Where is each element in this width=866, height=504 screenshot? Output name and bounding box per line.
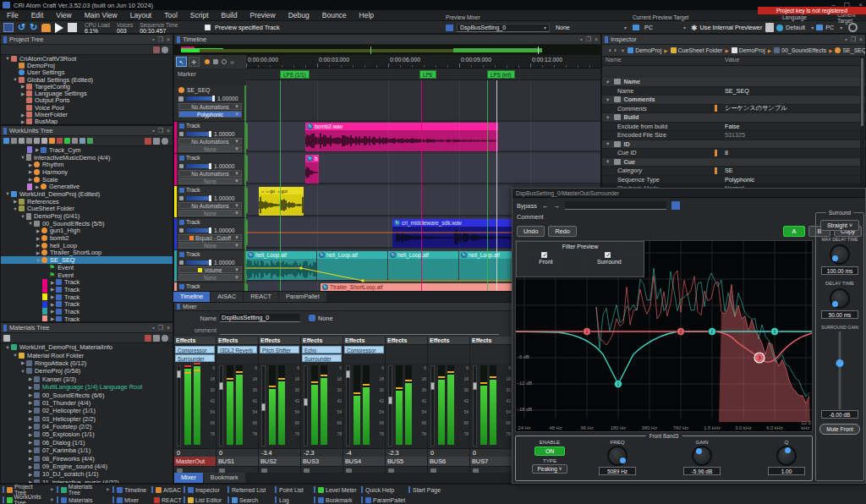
expander-icon[interactable]: ▶: [34, 184, 41, 189]
expander-icon[interactable]: ▶: [49, 287, 56, 292]
dropdown[interactable]: None▼: [178, 178, 242, 184]
menu-script[interactable]: Script: [190, 11, 209, 19]
expander-icon[interactable]: ▶: [27, 479, 34, 483]
strip-name[interactable]: MasterOut: [174, 457, 216, 466]
statusbar-react[interactable]: REACT: [149, 495, 181, 504]
effect-chip[interactable]: Compressor: [175, 346, 215, 353]
track-header[interactable]: Track1.00000Biquad - Cutoff▼None▼: [174, 218, 246, 250]
effect-chip[interactable]: Echo: [302, 346, 342, 353]
expander-icon[interactable]: ▼: [12, 77, 19, 82]
fader[interactable]: [304, 365, 308, 446]
statusbar-workunits-tree[interactable]: WorkUnits Tree▼: [0, 495, 54, 504]
tree-item-language-settings[interactable]: ▶Language Settings: [1, 90, 173, 96]
inspector-value[interactable]: SE_SEQ: [725, 87, 865, 95]
loop-marker-badge[interactable]: LPS (inf): [487, 70, 515, 79]
delay-knob[interactable]: [830, 288, 850, 309]
clock-icon[interactable]: [222, 59, 227, 64]
tree-item-bomb2[interactable]: ▶bomb2: [1, 234, 173, 242]
statusbar-quick-help[interactable]: Quick Help: [359, 485, 406, 495]
tree-item-track[interactable]: ▶Track: [1, 286, 173, 293]
inspector-group-comments[interactable]: ▼Comments: [602, 96, 865, 105]
statusbar-list-editor[interactable]: List Editor: [181, 495, 225, 504]
fader[interactable]: [388, 365, 392, 446]
delete-icon[interactable]: [145, 335, 151, 342]
strip-name[interactable]: BUS3: [301, 457, 343, 466]
clip-bomb2[interactable]: ↻bomb2.wav: [305, 123, 498, 151]
expander-icon[interactable]: ▶: [27, 456, 34, 461]
menu-icon[interactable]: [671, 201, 680, 210]
tree-item-08-fireworks-4-4-[interactable]: ▶08_Fireworks (4/4): [1, 454, 173, 462]
workunits-tool-icon[interactable]: [26, 138, 32, 144]
statusbar-bookmark[interactable]: Bookmark: [311, 495, 359, 504]
expander-icon[interactable]: ▶: [19, 112, 26, 118]
breadcrumb-item[interactable]: 00_SoundEffects: [774, 47, 826, 53]
prev-effect-icon[interactable]: ←: [542, 202, 548, 210]
expander-icon[interactable]: ▶: [49, 309, 56, 314]
effect-chip[interactable]: I3DL2 Reverb: [217, 346, 257, 353]
expander-icon[interactable]: ▼: [12, 206, 19, 211]
expander-icon[interactable]: ▶: [35, 250, 41, 255]
fader[interactable]: [473, 365, 477, 446]
menu-preview[interactable]: Preview: [249, 11, 275, 19]
inspector-value[interactable]: Polyphonic: [725, 176, 865, 184]
surround-gain-slider[interactable]: [816, 331, 863, 409]
tree-item-busmap[interactable]: ▶BusMap: [1, 118, 173, 124]
float-icon[interactable]: ❒: [158, 128, 163, 134]
record-ring-icon[interactable]: [848, 23, 858, 32]
tree-item-demoproj-0-58-[interactable]: ▼DemoProj (0/58): [1, 367, 173, 375]
float-icon[interactable]: ❒: [586, 36, 591, 43]
expander-icon[interactable]: ▶: [49, 316, 56, 321]
tree-item-track[interactable]: ▶Track: [1, 315, 173, 321]
expander-icon[interactable]: ▶: [27, 432, 34, 437]
close-icon[interactable]: ×: [595, 36, 598, 42]
tree-item-scale[interactable]: ▶Scale: [1, 176, 173, 184]
timeline-ruler[interactable]: 0:00:00.0000:00:03.0000:00:06.0000:00:09…: [246, 55, 600, 68]
type-select[interactable]: Peaking ˅: [532, 464, 567, 474]
effect-chip[interactable]: Surrounder: [175, 354, 215, 362]
mute-front-button[interactable]: Mute Front: [819, 424, 860, 435]
statusbar-start-page[interactable]: Start Page: [406, 485, 460, 495]
workunits-tool-icon[interactable]: [34, 138, 40, 144]
strip-value[interactable]: -2.3: [301, 448, 343, 457]
menu-build[interactable]: Build: [222, 11, 238, 19]
ab-a-button[interactable]: A: [783, 226, 805, 237]
tree-item-track[interactable]: ▶Track: [1, 300, 173, 308]
front-checkbox[interactable]: [541, 252, 547, 258]
statusbar-level-meter[interactable]: Level Meter: [311, 485, 359, 495]
dropdown[interactable]: Volume▼: [178, 266, 242, 273]
breadcrumb-item[interactable]: DemoProj: [732, 47, 765, 53]
strip-name[interactable]: BUS6: [428, 457, 469, 466]
tree-item-demoproj-0-41-[interactable]: ▼DemoProj (0/41): [1, 212, 173, 220]
next-effect-icon[interactable]: →: [553, 202, 559, 210]
float-icon[interactable]: ❒: [158, 325, 163, 331]
tree-item-02-helicopter-1-1-[interactable]: ▶02_Helicopter (1/1): [1, 407, 173, 414]
preview-mixer-sub-select[interactable]: None▾: [553, 24, 629, 32]
loop-marker-badge[interactable]: LPE: [419, 70, 436, 79]
breadcrumb-item[interactable]: SE_SEQ: [835, 47, 865, 53]
menu-bounce[interactable]: Bounce: [322, 11, 347, 19]
statusbar-point-list[interactable]: Point List: [272, 485, 311, 495]
expander-icon[interactable]: ▶: [27, 408, 34, 414]
expander-icon[interactable]: ▶: [27, 376, 34, 381]
tree-item-track[interactable]: ▶Track: [1, 278, 173, 286]
tree-item-workunit-demoproj-materialinfo[interactable]: ▼WorkUnit_DemoProj_MaterialInfo: [1, 343, 173, 351]
delete-icon[interactable]: [145, 138, 151, 145]
tree-item-07-karimba-1-1-[interactable]: ▶07_Karimba (1/1): [1, 446, 173, 454]
strip-value[interactable]: 0: [216, 448, 258, 457]
effect-chip[interactable]: Surrounder: [302, 354, 342, 362]
dropdown[interactable]: None▼: [178, 274, 242, 281]
fader[interactable]: [346, 365, 350, 446]
dropdown[interactable]: No Automations▼: [178, 202, 242, 209]
expander-icon[interactable]: ▼: [27, 221, 34, 226]
close-icon[interactable]: ×: [167, 325, 170, 331]
mixer-link-value[interactable]: None: [318, 315, 332, 322]
inspector-group-cue[interactable]: ▼Cue: [602, 158, 865, 167]
expander-icon[interactable]: ▼: [19, 155, 26, 160]
preview-mixer-select[interactable]: DspBusSetting_0▾: [457, 24, 550, 32]
track-gain-slider[interactable]: [186, 196, 211, 200]
pin-icon[interactable]: ▪: [152, 325, 154, 331]
dropdown-icon[interactable]: ▼: [621, 48, 625, 53]
preview-specified-track-checkbox[interactable]: [205, 25, 211, 30]
strip-value[interactable]: -2.3: [386, 448, 427, 457]
tree-item-heli-loop[interactable]: ▶heli_Loop: [1, 242, 173, 249]
